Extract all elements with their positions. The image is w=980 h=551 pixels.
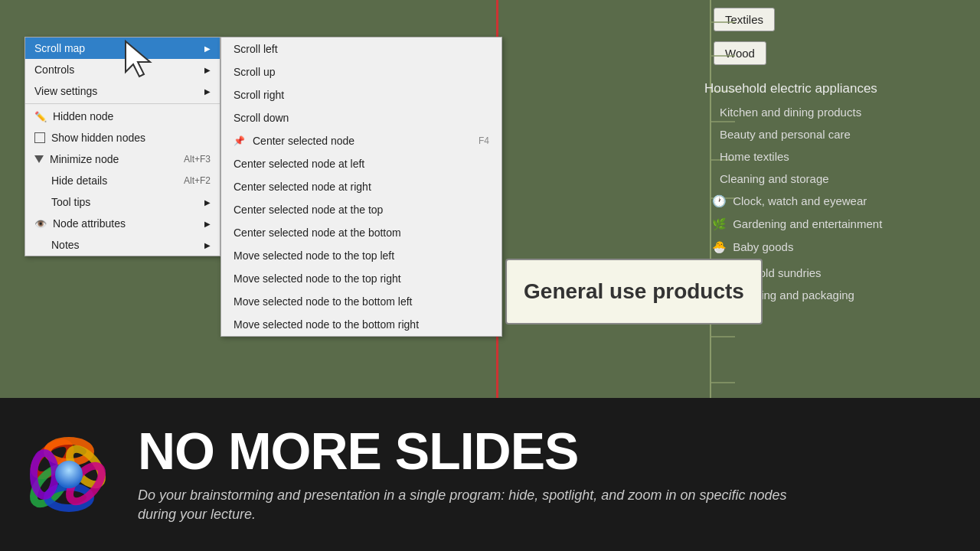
hidden-node-label: Hidden node bbox=[53, 110, 113, 122]
node-attributes-arrow: ▶ bbox=[204, 220, 211, 228]
minimize-shortcut: Alt+F3 bbox=[184, 154, 211, 165]
cursor-arrow bbox=[122, 38, 161, 80]
menu-item-view-settings[interactable]: View settings ▶ bbox=[25, 80, 220, 102]
show-hidden-label: Show hidden nodes bbox=[51, 132, 145, 144]
general-use-node[interactable]: General use products bbox=[505, 259, 763, 324]
sub-center-at-right[interactable]: Center selected node at right bbox=[221, 175, 501, 198]
sub-move-bottom-right[interactable]: Move selected node to the bottom right bbox=[221, 313, 501, 336]
sub-scroll-up[interactable]: Scroll up bbox=[221, 60, 501, 83]
controls-arrow: ▶ bbox=[204, 66, 211, 74]
menu-item-show-hidden[interactable]: Show hidden nodes bbox=[25, 127, 220, 148]
tooltips-label: Tool tips bbox=[51, 196, 90, 208]
hide-details-shortcut: Alt+F2 bbox=[184, 175, 211, 186]
menu-item-hide-details[interactable]: Hide details Alt+F2 bbox=[25, 170, 220, 191]
scroll-left-label: Scroll left bbox=[234, 43, 278, 55]
sub-center-at-top[interactable]: Center selected node at the top bbox=[221, 198, 501, 221]
wood-label: Wood bbox=[714, 41, 766, 65]
tooltips-arrow: ▶ bbox=[204, 198, 211, 207]
general-use-label: General use products bbox=[524, 279, 744, 304]
center-selected-label: Center selected node bbox=[253, 135, 354, 147]
cleaning-storage: Cleaning and storage bbox=[720, 168, 980, 190]
triangle-icon bbox=[34, 155, 44, 163]
pencil-icon: ✏️ bbox=[34, 111, 47, 122]
sub-move-top-right[interactable]: Move selected node to the top right bbox=[221, 267, 501, 290]
promo-subtext: Do your brainstorming and presentation i… bbox=[138, 486, 827, 524]
node-attributes-label: Node attributes bbox=[53, 217, 126, 230]
wood-node[interactable]: Wood bbox=[712, 40, 768, 67]
move-bottom-left-label: Move selected node to the bottom left bbox=[234, 295, 412, 308]
menu-item-minimize-node[interactable]: Minimize node Alt+F3 bbox=[25, 148, 220, 170]
separator-1 bbox=[25, 103, 220, 104]
home-textiles: Home textiles bbox=[720, 145, 980, 168]
sub-scroll-left[interactable]: Scroll left bbox=[221, 37, 501, 60]
sub-move-top-left[interactable]: Move selected node to the top left bbox=[221, 244, 501, 267]
scroll-up-label: Scroll up bbox=[234, 66, 275, 78]
center-selected-shortcut: F4 bbox=[479, 135, 489, 146]
sub-center-at-left[interactable]: Center selected node at left bbox=[221, 152, 501, 175]
baby-goods: 🐣 Baby goods bbox=[712, 236, 980, 259]
kitchen-dining: Kitchen and dining products bbox=[720, 101, 980, 123]
sub-scroll-right[interactable]: Scroll right bbox=[221, 83, 501, 106]
clock-watch: 🕐 Clock, watch and eyewear bbox=[712, 190, 980, 213]
scroll-right-label: Scroll right bbox=[234, 89, 284, 101]
scroll-map-arrow: ▶ bbox=[204, 44, 211, 53]
sub-center-selected[interactable]: 📌 Center selected node F4 bbox=[221, 129, 501, 152]
textiles-node[interactable]: Textiles bbox=[712, 6, 776, 33]
minimize-node-label: Minimize node bbox=[50, 153, 119, 165]
move-top-right-label: Move selected node to the top right bbox=[234, 272, 401, 285]
scroll-down-label: Scroll down bbox=[234, 112, 289, 124]
promo-text-area: NO MORE SLIDES Do your brainstorming and… bbox=[138, 425, 827, 524]
center-at-top-label: Center selected node at the top bbox=[234, 204, 383, 216]
eye-icon: 👁️ bbox=[34, 218, 47, 230]
promo-bar: NO MORE SLIDES Do your brainstorming and… bbox=[0, 398, 980, 551]
menu-item-node-attributes[interactable]: 👁️ Node attributes ▶ bbox=[25, 213, 220, 234]
view-settings-arrow: ▶ bbox=[204, 87, 211, 96]
svg-marker-12 bbox=[126, 41, 150, 77]
sub-scroll-down[interactable]: Scroll down bbox=[221, 106, 501, 129]
sub-move-bottom-left[interactable]: Move selected node to the bottom left bbox=[221, 290, 501, 313]
gardening: 🌿 Gardening and entertainment bbox=[712, 213, 980, 236]
center-at-bottom-label: Center selected node at the bottom bbox=[234, 227, 401, 239]
beauty-care: Beauty and personal care bbox=[720, 123, 980, 145]
menu-item-notes[interactable]: Notes ▶ bbox=[25, 234, 220, 256]
pin-icon: 📌 bbox=[234, 135, 245, 146]
move-top-left-label: Move selected node to the top left bbox=[234, 249, 394, 262]
promo-headline: NO MORE SLIDES bbox=[138, 425, 827, 477]
menu-item-hidden-node[interactable]: ✏️ Hidden node bbox=[25, 106, 220, 127]
menu-item-tooltips[interactable]: Tool tips ▶ bbox=[25, 191, 220, 213]
promo-logo bbox=[23, 429, 115, 520]
center-at-left-label: Center selected node at left bbox=[234, 158, 364, 170]
svg-point-20 bbox=[55, 461, 83, 488]
notes-arrow: ▶ bbox=[204, 241, 211, 249]
sub-center-at-bottom[interactable]: Center selected node at the bottom bbox=[221, 221, 501, 244]
textiles-label: Textiles bbox=[714, 8, 775, 31]
context-menu-sub: Scroll left Scroll up Scroll right Scrol… bbox=[220, 37, 502, 337]
checkbox-icon bbox=[34, 132, 45, 143]
controls-label: Controls bbox=[34, 64, 74, 76]
scroll-map-label: Scroll map bbox=[34, 42, 85, 54]
notes-label: Notes bbox=[51, 239, 80, 251]
move-bottom-right-label: Move selected node to the bottom right bbox=[234, 318, 419, 331]
view-settings-label: View settings bbox=[34, 85, 97, 97]
household-electric: Household electric appliances bbox=[704, 77, 980, 101]
center-at-right-label: Center selected node at right bbox=[234, 181, 371, 193]
hide-details-label: Hide details bbox=[51, 174, 107, 187]
